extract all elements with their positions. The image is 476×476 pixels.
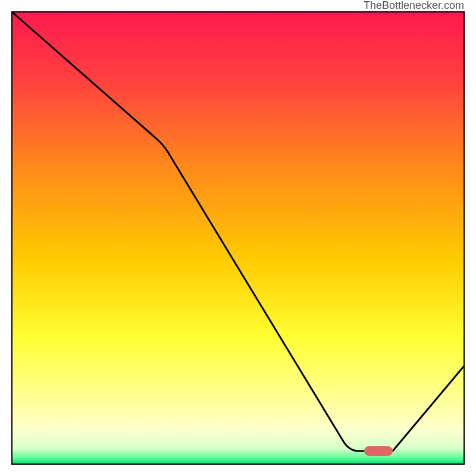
optimum-marker <box>364 446 393 456</box>
bottleneck-chart: TheBottlenecker.com <box>0 0 476 476</box>
attribution-text: TheBottlenecker.com <box>364 0 464 11</box>
plot-background <box>12 12 464 464</box>
